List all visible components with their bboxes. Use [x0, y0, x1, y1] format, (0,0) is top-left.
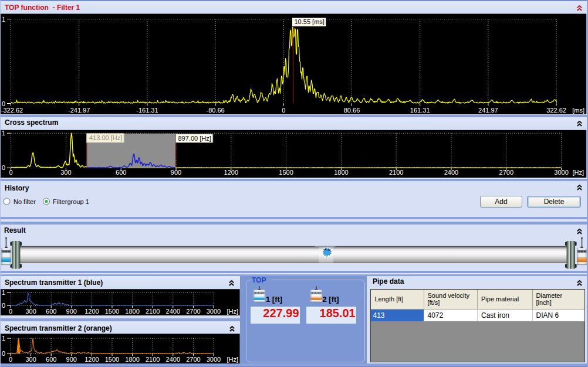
svg-text:3000: 3000 [207, 356, 221, 363]
svg-text:300: 300 [25, 356, 36, 363]
svg-text:3000: 3000 [554, 169, 568, 176]
svg-text:[Hz]: [Hz] [572, 169, 584, 176]
svg-text:1800: 1800 [334, 169, 348, 176]
svg-text:1200: 1200 [85, 356, 99, 363]
svg-text:1800: 1800 [125, 356, 139, 363]
svg-text:600: 600 [46, 356, 56, 363]
svg-text:1: 1 [2, 335, 5, 342]
svg-text:0: 0 [9, 356, 12, 363]
svg-text:0: 0 [2, 350, 5, 357]
svg-text:2400: 2400 [444, 169, 458, 176]
svg-text:1500: 1500 [279, 169, 293, 176]
svg-text:2100: 2100 [389, 169, 403, 176]
svg-text:900: 900 [66, 356, 77, 363]
svg-text:1500: 1500 [105, 356, 119, 363]
svg-text:2700: 2700 [186, 356, 200, 363]
svg-text:2700: 2700 [499, 169, 513, 176]
svg-text:2100: 2100 [146, 356, 160, 363]
svg-text:2400: 2400 [166, 356, 180, 363]
svg-text:[Hz]: [Hz] [227, 356, 238, 363]
